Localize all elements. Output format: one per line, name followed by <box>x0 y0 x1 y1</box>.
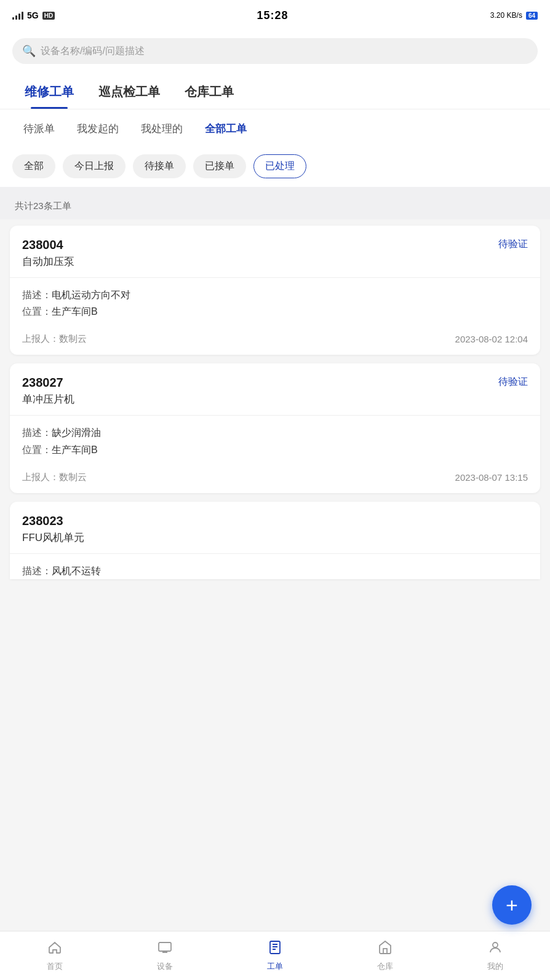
card-name-0: 自动加压泵 <box>22 255 528 269</box>
svg-point-3 <box>493 942 498 947</box>
card-location-row-1: 位置：生产车间B <box>22 441 528 458</box>
status-bar-right: 3.20 KB/s 64 <box>490 11 538 20</box>
subtab-my-processing[interactable]: 我处理的 <box>130 117 194 141</box>
work-order-card-2[interactable]: 238023 FFU风机单元 描述：风机不运转 <box>10 502 540 579</box>
card-location-row-0: 位置：生产车间B <box>22 303 528 320</box>
warehouse-icon <box>378 940 393 958</box>
card-location-0: 生产车间B <box>52 306 98 317</box>
tab-maintenance[interactable]: 维修工单 <box>12 73 86 109</box>
pill-today[interactable]: 今日上报 <box>63 154 126 178</box>
reporter-name-0: 数制云 <box>59 333 87 344</box>
status-bar: 5G HD 15:28 3.20 KB/s 64 <box>0 0 550 31</box>
add-button[interactable]: + <box>492 885 532 925</box>
search-bar[interactable]: 🔍 设备名称/编码/问题描述 <box>12 38 538 64</box>
svg-rect-0 <box>159 942 171 951</box>
card-description-row-2: 描述：风机不运转 <box>22 563 528 579</box>
card-footer-0: 上报人：数制云 2023-08-02 12:04 <box>22 326 528 355</box>
nav-device-label: 设备 <box>157 961 173 972</box>
reporter-prefix-1: 上报人： <box>22 472 59 482</box>
card-detail-0: 描述：电机运动方向不对 位置：生产车间B 上报人：数制云 2023-08-02 … <box>22 278 528 355</box>
tab-inspection[interactable]: 巡点检工单 <box>86 73 172 109</box>
nav-mine[interactable]: 我的 <box>440 931 550 980</box>
device-icon <box>157 940 172 958</box>
home-icon <box>47 940 62 958</box>
pill-accepted[interactable]: 已接单 <box>193 154 246 178</box>
pill-all[interactable]: 全部 <box>12 154 55 178</box>
mine-icon <box>488 940 503 958</box>
add-icon: + <box>506 895 518 915</box>
section-divider <box>0 187 550 193</box>
sub-tabs: 待派单 我发起的 我处理的 全部工单 <box>0 109 550 148</box>
work-order-card-0[interactable]: 238004 待验证 自动加压泵 描述：电机运动方向不对 位置：生产车间B 上报… <box>10 226 540 355</box>
card-status-0: 待验证 <box>498 238 528 251</box>
tab-warehouse[interactable]: 仓库工单 <box>172 73 246 109</box>
cards-wrap: 238004 待验证 自动加压泵 描述：电机运动方向不对 位置：生产车间B 上报… <box>0 219 550 641</box>
workorder-icon <box>268 940 282 958</box>
filter-pills: 全部 今日上报 待接单 已接单 已处理 <box>0 148 550 187</box>
battery-badge: 64 <box>526 12 538 20</box>
subtab-pending-dispatch[interactable]: 待派单 <box>12 117 66 141</box>
card-time-0: 2023-08-02 12:04 <box>455 334 528 344</box>
main-tabs: 维修工单 巡点检工单 仓库工单 <box>0 73 550 109</box>
card-name-1: 单冲压片机 <box>22 392 528 406</box>
card-detail-2: 描述：风机不运转 <box>22 554 528 579</box>
card-detail-1: 描述：缺少润滑油 位置：生产车间B 上报人：数制云 2023-08-07 13:… <box>22 416 528 492</box>
card-status-1: 待验证 <box>498 376 528 389</box>
signal-icon <box>12 11 23 20</box>
card-reporter-1: 上报人：数制云 <box>22 472 87 483</box>
card-id-1: 238027 <box>22 376 63 390</box>
subtab-my-initiated[interactable]: 我发起的 <box>66 117 130 141</box>
location-label-1: 位置： <box>22 445 52 455</box>
status-bar-left: 5G HD <box>12 10 55 20</box>
card-footer-1: 上报人：数制云 2023-08-07 13:15 <box>22 464 528 493</box>
hd-badge: HD <box>42 12 55 20</box>
search-placeholder: 设备名称/编码/问题描述 <box>41 45 145 58</box>
reporter-prefix-0: 上报人： <box>22 333 59 344</box>
pill-processed[interactable]: 已处理 <box>253 154 306 178</box>
card-description-0: 电机运动方向不对 <box>52 290 130 300</box>
status-time: 15:28 <box>257 9 288 22</box>
work-order-card-1[interactable]: 238027 待验证 单冲压片机 描述：缺少润滑油 位置：生产车间B 上报人：数… <box>10 363 540 492</box>
nav-device[interactable]: 设备 <box>110 931 220 980</box>
card-reporter-0: 上报人：数制云 <box>22 333 87 345</box>
description-label-1: 描述： <box>22 427 52 438</box>
card-name-2: FFU风机单元 <box>22 531 528 545</box>
card-header-1: 238027 待验证 <box>22 376 528 390</box>
card-description-row-1: 描述：缺少润滑油 <box>22 424 528 441</box>
card-location-1: 生产车间B <box>52 445 98 455</box>
nav-home[interactable]: 首页 <box>0 931 110 980</box>
work-order-count: 共计23条工单 <box>15 200 71 211</box>
card-description-1: 缺少润滑油 <box>52 427 101 438</box>
card-id-2: 238023 <box>22 514 63 528</box>
nav-warehouse-label: 仓库 <box>377 961 393 972</box>
subtab-all[interactable]: 全部工单 <box>194 117 258 141</box>
search-icon: 🔍 <box>22 44 36 58</box>
pill-pending-accept[interactable]: 待接单 <box>133 154 186 178</box>
nav-workorder[interactable]: 工单 <box>220 931 330 980</box>
card-header-2: 238023 <box>22 514 528 528</box>
nav-warehouse[interactable]: 仓库 <box>330 931 440 980</box>
svg-rect-2 <box>383 949 387 954</box>
description-label-0: 描述： <box>22 290 52 300</box>
description-label-2: 描述： <box>22 566 52 576</box>
search-bar-wrap: 🔍 设备名称/编码/问题描述 <box>0 31 550 73</box>
reporter-name-1: 数制云 <box>59 472 87 482</box>
signal-type: 5G <box>27 10 39 20</box>
count-row: 共计23条工单 <box>0 193 550 219</box>
card-id-0: 238004 <box>22 238 63 252</box>
svg-rect-1 <box>270 941 280 954</box>
bottom-nav: 首页 设备 工单 仓库 <box>0 931 550 980</box>
location-label-0: 位置： <box>22 306 52 317</box>
network-speed: 3.20 KB/s <box>490 11 522 20</box>
card-time-1: 2023-08-07 13:15 <box>455 472 528 483</box>
card-description-row-0: 描述：电机运动方向不对 <box>22 286 528 303</box>
card-description-2: 风机不运转 <box>52 566 101 576</box>
nav-workorder-label: 工单 <box>267 961 283 972</box>
nav-home-label: 首页 <box>47 961 63 972</box>
card-header-0: 238004 待验证 <box>22 238 528 252</box>
nav-mine-label: 我的 <box>487 961 503 972</box>
